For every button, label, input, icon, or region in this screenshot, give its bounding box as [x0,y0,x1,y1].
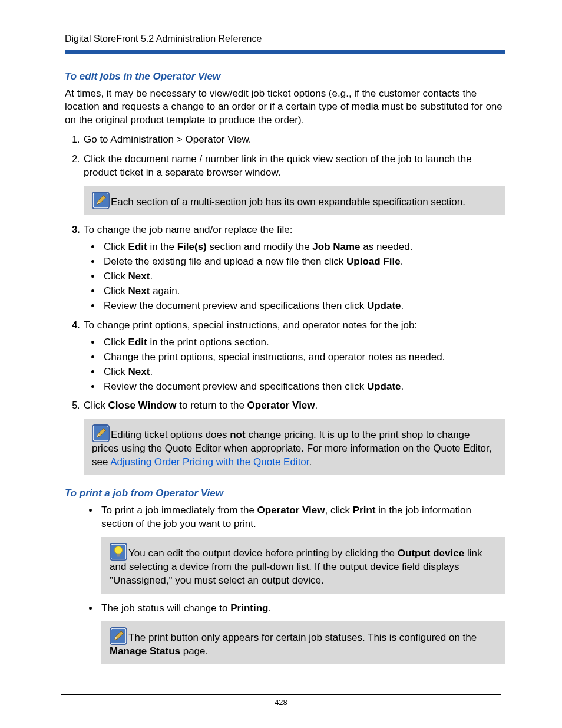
step3-bullet-4: Click Next again. [101,285,505,298]
step4-bullet-3: Click Next. [101,365,505,379]
svg-point-10 [114,546,122,554]
print-bullet-1: To print a job immediately from the Oper… [99,504,505,594]
section-heading-edit-jobs: To edit jobs in the Operator View [65,70,505,84]
step3-bullet-1: Click Edit in the File(s) section and mo… [101,241,505,254]
step-3: To change the job name and/or replace th… [82,223,505,313]
step-5: Click Close Window to return to the Oper… [82,399,505,475]
step4-bullet-2: Change the print options, special instru… [101,351,505,364]
note-text: Each section of a multi-section job has … [111,196,465,207]
page-number: 428 [61,694,501,708]
step-4: To change print options, special instruc… [82,319,505,394]
pencil-note-icon [92,424,110,442]
note-box-3: The print button only appears for certai… [101,621,505,664]
note-box-1: Each section of a multi-section job has … [84,186,505,215]
step4-bullet-4: Review the document preview and specific… [101,380,505,394]
lightbulb-tip-icon [110,543,127,561]
step3-bullet-5: Review the document preview and specific… [101,299,505,313]
note-text: Editing ticket options does not change p… [92,429,491,467]
pencil-note-icon [92,192,110,209]
tip-box-1: You can edit the output device before pr… [101,537,505,594]
svg-rect-11 [117,554,120,557]
step4-bullet-1: Click Edit in the print options section. [101,336,505,350]
tip-text: You can edit the output device before pr… [110,548,482,586]
header-rule [65,50,505,54]
pencil-note-icon [110,627,127,645]
page-header: Digital StoreFront 5.2 Administration Re… [65,32,505,45]
quote-editor-link[interactable]: Adjusting Order Pricing with the Quote E… [110,456,309,467]
print-bullet-2: The job status will change to Printing. … [99,602,505,664]
step-2: Click the document name / number link in… [82,153,505,215]
intro-paragraph: At times, it may be necessary to view/ed… [65,87,505,128]
step3-bullet-2: Delete the existing file and upload a ne… [101,255,505,269]
section-heading-print-job: To print a job from Operator View [65,487,505,500]
note-text: The print button only appears for certai… [110,632,477,657]
step3-bullet-3: Click Next. [101,270,505,284]
note-box-2: Editing ticket options does not change p… [84,419,505,475]
step-1: Go to Administration > Operator View. [82,133,505,147]
